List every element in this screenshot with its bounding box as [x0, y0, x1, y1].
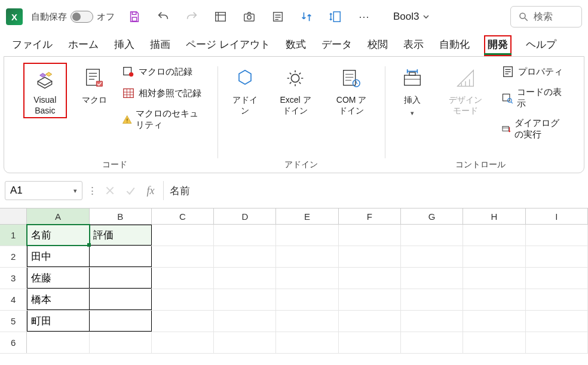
- overflow-button[interactable]: ⋯: [356, 9, 372, 24]
- save-button[interactable]: [127, 9, 142, 24]
- col-header-G[interactable]: G: [401, 208, 463, 224]
- row-header-3[interactable]: 3: [0, 268, 27, 289]
- tab-1[interactable]: ホーム: [67, 35, 100, 56]
- cell-C6[interactable]: [152, 332, 214, 353]
- insert-function-button[interactable]: fx: [143, 183, 158, 198]
- tab-0[interactable]: ファイル: [11, 35, 54, 56]
- cell-B2[interactable]: [90, 246, 152, 267]
- list-button[interactable]: [270, 9, 286, 24]
- record-macro-button[interactable]: マクロの記録: [122, 64, 207, 79]
- insert-control-button[interactable]: 挿入 ▾: [396, 63, 429, 119]
- tab-8[interactable]: 表示: [402, 35, 425, 56]
- formula-input[interactable]: 名前: [163, 181, 583, 200]
- cell-F4[interactable]: [339, 289, 401, 310]
- cell-B1[interactable]: 評価: [90, 225, 152, 246]
- cell-E3[interactable]: [276, 268, 338, 289]
- cell-H3[interactable]: [463, 268, 525, 289]
- col-header-I[interactable]: I: [526, 208, 588, 224]
- com-addins-button[interactable]: COM アドイン: [329, 63, 374, 118]
- cell-I3[interactable]: [526, 268, 588, 289]
- freeze-button[interactable]: [327, 9, 343, 24]
- cell-A3[interactable]: 佐藤: [27, 268, 89, 289]
- cell-B4[interactable]: [90, 289, 152, 310]
- cell-A5[interactable]: 町田: [27, 311, 89, 332]
- col-header-D[interactable]: D: [214, 208, 276, 224]
- workbook-name-dropdown[interactable]: Bool3: [393, 11, 431, 23]
- row-header-4[interactable]: 4: [0, 289, 27, 310]
- cell-E2[interactable]: [276, 246, 338, 267]
- cell-H1[interactable]: [463, 225, 525, 246]
- cell-G1[interactable]: [401, 225, 463, 246]
- cell-H2[interactable]: [463, 246, 525, 267]
- cell-G6[interactable]: [401, 332, 463, 353]
- cell-F1[interactable]: [339, 225, 401, 246]
- cell-H5[interactable]: [463, 311, 525, 332]
- cell-D5[interactable]: [214, 311, 276, 332]
- cell-A2[interactable]: 田中: [27, 246, 89, 267]
- visual-basic-button[interactable]: Visual Basic: [23, 63, 67, 118]
- col-header-H[interactable]: H: [463, 208, 525, 224]
- cell-D4[interactable]: [214, 289, 276, 310]
- cell-D1[interactable]: [214, 225, 276, 246]
- cell-A1[interactable]: 名前: [27, 225, 89, 246]
- sort-filter-button[interactable]: [299, 9, 314, 24]
- col-header-F[interactable]: F: [339, 208, 401, 224]
- worksheet-grid[interactable]: ABCDEFGHI 1名前評価2田中3佐藤4橋本5町田6: [0, 208, 588, 354]
- cell-G4[interactable]: [401, 289, 463, 310]
- cell-I6[interactable]: [526, 332, 588, 353]
- cell-D3[interactable]: [214, 268, 276, 289]
- cell-D6[interactable]: [214, 332, 276, 353]
- cell-E5[interactable]: [276, 311, 338, 332]
- col-header-E[interactable]: E: [276, 208, 338, 224]
- cell-C2[interactable]: [152, 246, 214, 267]
- redo-button[interactable]: [184, 9, 200, 24]
- cell-B6[interactable]: [90, 332, 152, 353]
- undo-button[interactable]: [155, 9, 171, 24]
- cell-C1[interactable]: [152, 225, 214, 246]
- tab-11[interactable]: ヘルプ: [525, 35, 558, 56]
- cell-E6[interactable]: [276, 332, 338, 353]
- cell-C4[interactable]: [152, 289, 214, 310]
- cell-I2[interactable]: [526, 246, 588, 267]
- cell-I5[interactable]: [526, 311, 588, 332]
- cell-G3[interactable]: [401, 268, 463, 289]
- cell-G5[interactable]: [401, 311, 463, 332]
- col-header-C[interactable]: C: [152, 208, 214, 224]
- form-button[interactable]: [213, 9, 228, 24]
- tab-9[interactable]: 自動化: [438, 35, 471, 56]
- cell-F6[interactable]: [339, 332, 401, 353]
- search-input[interactable]: 検索: [510, 6, 582, 27]
- tab-10[interactable]: 開発: [484, 35, 512, 56]
- cell-F3[interactable]: [339, 268, 401, 289]
- cell-F5[interactable]: [339, 311, 401, 332]
- tab-3[interactable]: 描画: [149, 35, 172, 56]
- cell-B5[interactable]: [90, 311, 152, 332]
- row-header-1[interactable]: 1: [0, 225, 27, 246]
- cell-A6[interactable]: [27, 332, 89, 353]
- autosave-toggle[interactable]: 自動保存 オフ: [31, 11, 115, 23]
- cell-B3[interactable]: [90, 268, 152, 289]
- cell-F2[interactable]: [339, 246, 401, 267]
- properties-button[interactable]: プロパティ: [501, 64, 565, 79]
- name-box[interactable]: A1 ▾: [5, 181, 82, 200]
- relative-ref-button[interactable]: 相対参照で記録: [122, 85, 207, 101]
- tab-2[interactable]: 挿入: [113, 35, 136, 56]
- excel-addins-button[interactable]: Excel アドイン: [272, 63, 318, 118]
- cell-D2[interactable]: [214, 246, 276, 267]
- view-code-button[interactable]: コードの表示: [501, 85, 565, 111]
- col-header-A[interactable]: A: [27, 208, 89, 224]
- row-header-6[interactable]: 6: [0, 332, 27, 353]
- macros-button[interactable]: マクロ: [78, 63, 111, 108]
- cell-G2[interactable]: [401, 246, 463, 267]
- cancel-formula-button[interactable]: [102, 183, 118, 198]
- cell-H6[interactable]: [463, 332, 525, 353]
- cell-H4[interactable]: [463, 289, 525, 310]
- screenshot-button[interactable]: [241, 9, 257, 24]
- cell-C5[interactable]: [152, 311, 214, 332]
- cell-E1[interactable]: [276, 225, 338, 246]
- cell-A4[interactable]: 橋本: [27, 289, 89, 310]
- addins-button[interactable]: アドイン: [228, 63, 262, 118]
- row-header-2[interactable]: 2: [0, 246, 27, 267]
- cell-C3[interactable]: [152, 268, 214, 289]
- macro-security-button[interactable]: マクロのセキュリティ: [122, 107, 207, 132]
